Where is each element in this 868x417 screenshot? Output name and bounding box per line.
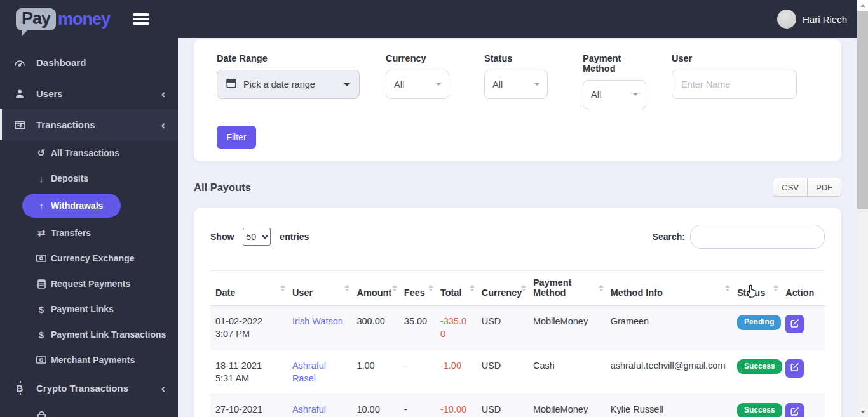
app-logo[interactable]: Pay money [16,8,110,30]
payouts-table: Date User Amount Fees Total Currency Pay… [210,270,825,417]
user-name[interactable]: Hari Riech [803,14,847,25]
sidebar-item-label: Deposits [51,173,88,183]
edit-pencil-icon [790,407,799,417]
chevron-left-icon: ‹ [161,382,165,394]
sidebar-item-deposits[interactable]: ↓ Deposits [0,166,178,191]
scrollbar-up-arrow-icon[interactable] [857,0,868,11]
column-header-date[interactable]: Date [210,271,287,306]
sidebar-item-label: Request Payments [51,279,130,289]
sidebar-item-request-payments[interactable]: Request Payments [0,271,178,296]
shopping-bag-icon [36,411,46,417]
main-content: Date Range Pick a date range Currency Al… [178,38,857,417]
banknote-icon [36,356,46,364]
sort-icon [428,282,433,294]
user-link[interactable]: Irish Watson [292,316,343,326]
sidebar-item-dashboard[interactable]: Dashboard [0,47,178,78]
user-link[interactable]: Ashraful Rasel [292,404,326,417]
sidebar-item-crypto-transactions[interactable]: B Crypto Transactions ‹ [0,373,178,404]
currency-select[interactable]: All [386,70,449,99]
currency-label: Currency [386,53,449,63]
date-range-value: Pick a date range [243,79,315,89]
user-link[interactable]: Ashraful Rasel [292,361,326,383]
cell-total: -10.00 [435,394,477,417]
column-header-currency[interactable]: Currency [477,271,528,306]
page-length-select[interactable]: 50 [243,228,271,246]
hamburger-menu-icon[interactable] [133,11,149,27]
calendar-icon [226,78,236,91]
search-label: Search: [653,232,685,242]
sidebar-item-partial[interactable] [0,404,178,417]
edit-pencil-icon [790,319,799,330]
sidebar-item-transactions[interactable]: Transactions ‹ [0,109,178,140]
sort-icon [392,282,397,294]
sidebar-item-label: Payment Link Transactions [51,329,166,340]
csv-export-button[interactable]: CSV [773,178,807,197]
scrollbar-thumb[interactable] [857,11,868,209]
cell-amount: 1.00 [351,350,398,394]
history-icon: ↺ [36,147,46,159]
payment-method-select[interactable]: All [583,80,646,109]
sidebar-item-withdrawals[interactable]: ↑ Withdrawals [22,194,121,218]
date-range-picker[interactable]: Pick a date range [217,70,360,99]
sidebar-item-merchant-payments[interactable]: Merchant Payments [0,347,178,373]
cell-payment-method: Cash [528,350,606,394]
edit-button[interactable] [785,315,804,333]
cell-fees: 35.00 [399,306,435,350]
filter-button[interactable]: Filter [217,126,256,149]
sort-icon [344,282,349,294]
search-input[interactable] [690,225,825,249]
sidebar-item-label: Withdrawals [51,201,103,211]
sidebar-item-payment-links[interactable]: $ Payment Links [0,296,178,322]
chevron-left-icon: ‹ [161,119,165,131]
sidebar-item-all-transactions[interactable]: ↺ All Transactions [0,140,178,166]
bitcoin-icon: B [13,383,27,394]
sidebar-menu: Dashboard Users ‹ Transactions ‹ ↺ All T… [0,38,178,417]
cell-fees: - [399,350,435,394]
edit-button[interactable] [785,359,804,378]
status-value: All [492,79,503,89]
column-header-method-info[interactable]: Method Info [606,271,732,306]
sidebar-item-users[interactable]: Users ‹ [0,78,178,109]
cell-amount: 10.00 [351,394,398,417]
sidebar-item-transfers[interactable]: ⇄ Transfers [0,220,178,246]
sidebar-item-currency-exchange[interactable]: Currency Exchange [0,246,178,271]
export-button-group: CSV PDF [773,178,841,197]
logo-pay-bubble: Pay [16,8,56,30]
cell-fees: - [399,394,435,417]
column-header-amount[interactable]: Amount [351,271,398,306]
sidebar-item-label: All Transactions [51,148,119,158]
cell-total: -1.00 [435,350,477,394]
user-name-input[interactable] [672,70,797,99]
pdf-export-button[interactable]: PDF [807,178,841,197]
sort-icon [773,282,778,294]
sort-icon [725,282,730,294]
sidebar-item-label: Currency Exchange [51,253,135,263]
status-select[interactable]: All [484,70,548,99]
show-label: Show [210,232,234,242]
sidebar-item-label: Merchant Payments [51,355,135,365]
currency-value: All [394,79,404,89]
column-header-action: Action [780,271,825,306]
arrow-down-icon: ↓ [36,173,46,184]
status-badge: Success [737,359,782,374]
column-header-payment-method[interactable]: Payment Method [528,271,606,306]
column-header-status[interactable]: Status [732,271,780,306]
column-header-fees[interactable]: Fees [399,271,435,306]
avatar[interactable] [777,10,796,29]
topbar: Hari Riech [178,0,857,38]
transfer-arrows-icon: ⇄ [36,227,46,239]
scrollbar-down-arrow-icon[interactable] [857,406,868,417]
entries-label: entries [280,232,309,242]
sort-icon [280,282,285,294]
cell-method-info: Kylie Russell [606,394,732,417]
payment-method-label: Payment Method [583,53,646,74]
column-header-user[interactable]: User [287,271,352,306]
column-header-total[interactable]: Total [435,271,477,306]
vertical-scrollbar[interactable] [857,0,868,417]
edit-button[interactable] [785,403,804,417]
sidebar: Pay money Dashboard Users ‹ Transactions… [0,0,178,417]
cell-method-info: ashraful.techvill@gmail.com [606,350,732,394]
cell-amount: 300.00 [351,306,398,350]
caret-down-icon [436,83,441,88]
sidebar-item-payment-link-transactions[interactable]: $ Payment Link Transactions [0,322,178,347]
